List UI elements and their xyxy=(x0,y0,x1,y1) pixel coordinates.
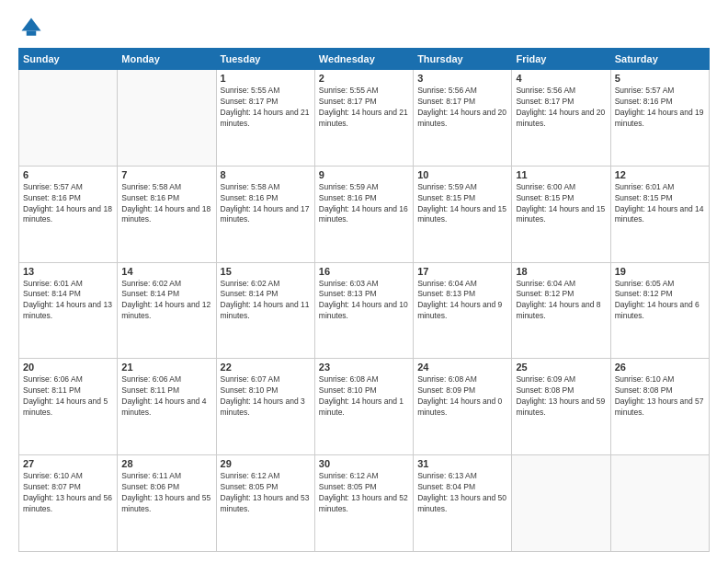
calendar-header-row: SundayMondayTuesdayWednesdayThursdayFrid… xyxy=(19,49,710,70)
day-info: Sunrise: 6:10 AMSunset: 8:07 PMDaylight:… xyxy=(23,471,113,515)
day-info: Sunrise: 6:12 AMSunset: 8:05 PMDaylight:… xyxy=(221,471,311,515)
calendar-week-2: 6Sunrise: 5:57 AMSunset: 8:16 PMDaylight… xyxy=(19,166,710,262)
calendar-header-saturday: Saturday xyxy=(610,49,709,70)
day-number: 17 xyxy=(417,266,507,277)
calendar-cell: 11Sunrise: 6:00 AMSunset: 8:15 PMDayligh… xyxy=(512,166,610,262)
calendar-header-sunday: Sunday xyxy=(19,49,118,70)
svg-rect-1 xyxy=(27,31,37,36)
calendar-table: SundayMondayTuesdayWednesdayThursdayFrid… xyxy=(18,48,710,552)
day-number: 27 xyxy=(23,458,113,469)
svg-marker-0 xyxy=(22,18,41,31)
calendar-header-thursday: Thursday xyxy=(414,49,512,70)
day-info: Sunrise: 5:59 AMSunset: 8:16 PMDaylight:… xyxy=(319,182,409,226)
day-number: 19 xyxy=(615,266,705,277)
calendar-header-monday: Monday xyxy=(118,49,216,70)
calendar-cell: 13Sunrise: 6:01 AMSunset: 8:14 PMDayligh… xyxy=(19,262,118,359)
day-info: Sunrise: 5:56 AMSunset: 8:17 PMDaylight:… xyxy=(516,86,606,130)
day-info: Sunrise: 6:10 AMSunset: 8:08 PMDaylight:… xyxy=(615,374,705,419)
day-number: 13 xyxy=(23,266,113,277)
calendar-cell: 23Sunrise: 6:08 AMSunset: 8:10 PMDayligh… xyxy=(314,359,413,455)
calendar-cell: 14Sunrise: 6:02 AMSunset: 8:14 PMDayligh… xyxy=(118,262,216,359)
day-number: 12 xyxy=(615,169,705,180)
calendar-cell: 22Sunrise: 6:07 AMSunset: 8:10 PMDayligh… xyxy=(216,359,314,455)
day-number: 4 xyxy=(516,73,606,84)
day-info: Sunrise: 6:02 AMSunset: 8:14 PMDaylight:… xyxy=(221,279,311,323)
calendar-cell: 20Sunrise: 6:06 AMSunset: 8:11 PMDayligh… xyxy=(19,359,118,455)
calendar-cell xyxy=(610,455,709,552)
day-info: Sunrise: 5:58 AMSunset: 8:16 PMDaylight:… xyxy=(221,182,311,226)
calendar-cell: 28Sunrise: 6:11 AMSunset: 8:06 PMDayligh… xyxy=(118,455,216,552)
day-number: 25 xyxy=(516,362,606,373)
day-number: 15 xyxy=(221,266,311,277)
calendar-cell: 26Sunrise: 6:10 AMSunset: 8:08 PMDayligh… xyxy=(610,359,709,455)
day-info: Sunrise: 6:13 AMSunset: 8:04 PMDaylight:… xyxy=(417,471,507,515)
day-number: 31 xyxy=(417,458,507,469)
day-number: 24 xyxy=(417,362,507,373)
calendar-cell: 3Sunrise: 5:56 AMSunset: 8:17 PMDaylight… xyxy=(414,70,512,167)
day-number: 10 xyxy=(417,169,507,180)
calendar-cell: 9Sunrise: 5:59 AMSunset: 8:16 PMDaylight… xyxy=(314,166,413,262)
day-info: Sunrise: 6:01 AMSunset: 8:14 PMDaylight:… xyxy=(23,279,113,323)
day-number: 8 xyxy=(221,169,311,180)
day-number: 5 xyxy=(615,73,705,84)
calendar-cell: 7Sunrise: 5:58 AMSunset: 8:16 PMDaylight… xyxy=(118,166,216,262)
day-info: Sunrise: 6:06 AMSunset: 8:11 PMDaylight:… xyxy=(121,374,211,419)
calendar-cell xyxy=(118,70,216,167)
day-number: 3 xyxy=(417,73,507,84)
calendar-cell xyxy=(19,70,118,167)
day-number: 11 xyxy=(516,169,606,180)
calendar-week-1: 1Sunrise: 5:55 AMSunset: 8:17 PMDaylight… xyxy=(19,70,710,167)
day-info: Sunrise: 6:08 AMSunset: 8:10 PMDaylight:… xyxy=(319,374,409,419)
day-info: Sunrise: 6:12 AMSunset: 8:05 PMDaylight:… xyxy=(319,471,409,515)
day-info: Sunrise: 6:01 AMSunset: 8:15 PMDaylight:… xyxy=(615,182,705,226)
calendar-week-3: 13Sunrise: 6:01 AMSunset: 8:14 PMDayligh… xyxy=(19,262,710,359)
day-info: Sunrise: 5:59 AMSunset: 8:15 PMDaylight:… xyxy=(417,182,507,226)
calendar-cell: 10Sunrise: 5:59 AMSunset: 8:15 PMDayligh… xyxy=(414,166,512,262)
day-number: 20 xyxy=(23,362,113,373)
calendar-cell: 5Sunrise: 5:57 AMSunset: 8:16 PMDaylight… xyxy=(610,70,709,167)
calendar-cell: 4Sunrise: 5:56 AMSunset: 8:17 PMDaylight… xyxy=(512,70,610,167)
calendar-header-tuesday: Tuesday xyxy=(216,49,314,70)
day-number: 18 xyxy=(516,266,606,277)
day-info: Sunrise: 5:57 AMSunset: 8:16 PMDaylight:… xyxy=(23,182,113,226)
calendar-cell: 6Sunrise: 5:57 AMSunset: 8:16 PMDaylight… xyxy=(19,166,118,262)
calendar-cell: 29Sunrise: 6:12 AMSunset: 8:05 PMDayligh… xyxy=(216,455,314,552)
calendar-cell: 18Sunrise: 6:04 AMSunset: 8:12 PMDayligh… xyxy=(512,262,610,359)
day-number: 6 xyxy=(23,169,113,180)
day-number: 21 xyxy=(121,362,211,373)
page: SundayMondayTuesdayWednesdayThursdayFrid… xyxy=(0,0,728,563)
calendar-cell: 1Sunrise: 5:55 AMSunset: 8:17 PMDaylight… xyxy=(216,70,314,167)
calendar-cell: 19Sunrise: 6:05 AMSunset: 8:12 PMDayligh… xyxy=(610,262,709,359)
calendar-cell xyxy=(512,455,610,552)
calendar-cell: 16Sunrise: 6:03 AMSunset: 8:13 PMDayligh… xyxy=(314,262,413,359)
day-number: 28 xyxy=(121,458,211,469)
day-info: Sunrise: 6:00 AMSunset: 8:15 PMDaylight:… xyxy=(516,182,606,226)
calendar-cell: 25Sunrise: 6:09 AMSunset: 8:08 PMDayligh… xyxy=(512,359,610,455)
calendar-cell: 15Sunrise: 6:02 AMSunset: 8:14 PMDayligh… xyxy=(216,262,314,359)
day-info: Sunrise: 5:55 AMSunset: 8:17 PMDaylight:… xyxy=(221,86,311,130)
day-number: 30 xyxy=(319,458,409,469)
calendar-cell: 8Sunrise: 5:58 AMSunset: 8:16 PMDaylight… xyxy=(216,166,314,262)
day-number: 2 xyxy=(319,73,409,84)
calendar-cell: 2Sunrise: 5:55 AMSunset: 8:17 PMDaylight… xyxy=(314,70,413,167)
day-info: Sunrise: 5:57 AMSunset: 8:16 PMDaylight:… xyxy=(615,86,705,130)
day-number: 22 xyxy=(221,362,311,373)
calendar-week-4: 20Sunrise: 6:06 AMSunset: 8:11 PMDayligh… xyxy=(19,359,710,455)
day-number: 9 xyxy=(319,169,409,180)
day-info: Sunrise: 6:07 AMSunset: 8:10 PMDaylight:… xyxy=(221,374,311,419)
day-number: 29 xyxy=(221,458,311,469)
day-number: 23 xyxy=(319,362,409,373)
calendar-cell: 27Sunrise: 6:10 AMSunset: 8:07 PMDayligh… xyxy=(19,455,118,552)
day-info: Sunrise: 6:09 AMSunset: 8:08 PMDaylight:… xyxy=(516,374,606,419)
calendar-cell: 21Sunrise: 6:06 AMSunset: 8:11 PMDayligh… xyxy=(118,359,216,455)
calendar-week-5: 27Sunrise: 6:10 AMSunset: 8:07 PMDayligh… xyxy=(19,455,710,552)
day-info: Sunrise: 6:08 AMSunset: 8:09 PMDaylight:… xyxy=(417,374,507,419)
logo xyxy=(18,15,48,40)
calendar-cell: 12Sunrise: 6:01 AMSunset: 8:15 PMDayligh… xyxy=(610,166,709,262)
day-info: Sunrise: 6:06 AMSunset: 8:11 PMDaylight:… xyxy=(23,374,113,419)
calendar-cell: 24Sunrise: 6:08 AMSunset: 8:09 PMDayligh… xyxy=(414,359,512,455)
day-info: Sunrise: 6:05 AMSunset: 8:12 PMDaylight:… xyxy=(615,279,705,323)
calendar-cell: 30Sunrise: 6:12 AMSunset: 8:05 PMDayligh… xyxy=(314,455,413,552)
day-info: Sunrise: 5:55 AMSunset: 8:17 PMDaylight:… xyxy=(319,86,409,130)
calendar-cell: 17Sunrise: 6:04 AMSunset: 8:13 PMDayligh… xyxy=(414,262,512,359)
